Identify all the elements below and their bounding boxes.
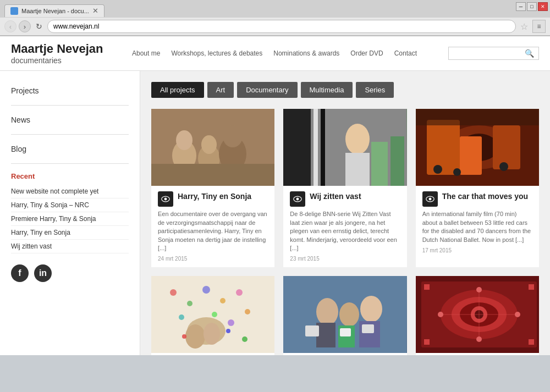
filter-series[interactable]: Series xyxy=(356,82,394,98)
filter-multimedia[interactable]: Multimedia xyxy=(301,82,353,98)
project-card-3[interactable]: The car that moves you An international … xyxy=(416,109,539,267)
project-image-3 xyxy=(416,109,539,186)
sidebar-recent-item-2[interactable]: Harry, Tiny & Sonja – NRC xyxy=(11,198,129,212)
forward-button[interactable]: › xyxy=(19,20,31,32)
maximize-button[interactable]: □ xyxy=(527,2,537,11)
card-body-4: Bloemjes gordijn xyxy=(151,353,274,355)
search-input[interactable] xyxy=(453,49,525,57)
svg-point-4 xyxy=(176,130,193,150)
active-tab[interactable]: Maartje Nevejan - docu... ✕ xyxy=(4,4,105,17)
facebook-icon[interactable]: f xyxy=(11,264,29,282)
filter-documentary[interactable]: Documentary xyxy=(237,82,297,98)
address-bar[interactable] xyxy=(47,20,516,33)
card-desc-1: Een documentaire over de overgang van de… xyxy=(158,210,268,252)
svg-point-47 xyxy=(226,329,230,333)
filter-bar: All projects Art Documentary Multimedia … xyxy=(151,82,539,98)
card-body-2: Wij zitten vast De 8-delige BNN-serie Wi… xyxy=(283,186,406,267)
project-card-4[interactable]: Bloemjes gordijn xyxy=(151,276,274,355)
svg-point-34 xyxy=(187,301,193,306)
svg-rect-23 xyxy=(427,120,460,175)
sidebar-recent-item-5[interactable]: Wij zitten vast xyxy=(11,240,129,253)
svg-rect-13 xyxy=(321,109,325,186)
svg-point-27 xyxy=(453,168,461,176)
nav-about[interactable]: About me xyxy=(132,49,160,57)
svg-rect-17 xyxy=(391,136,404,186)
svg-rect-16 xyxy=(371,142,388,186)
card-header-3: The car that moves you xyxy=(422,191,532,207)
project-card-6[interactable]: Magic Carpet xyxy=(416,276,539,355)
card-title-2: Wij zitten vast xyxy=(310,191,361,201)
sidebar-recent-item-4[interactable]: Harry, Tiny en Sonja xyxy=(11,226,129,240)
svg-rect-76 xyxy=(424,284,430,290)
card-date-1: 24 mrt 2015 xyxy=(158,256,268,262)
project-image-4 xyxy=(151,276,274,353)
svg-rect-60 xyxy=(362,324,374,333)
tab-title: Maartje Nevejan - docu... xyxy=(21,8,89,14)
eye-icon-3 xyxy=(422,191,438,207)
logo-subtitle: documentaries xyxy=(11,56,121,65)
card-body-3: The car that moves you An international … xyxy=(416,186,539,259)
project-card-2[interactable]: Wij zitten vast De 8-delige BNN-serie Wi… xyxy=(283,109,406,267)
linkedin-icon[interactable]: in xyxy=(34,264,52,282)
nav-workshops[interactable]: Workshops, lectures & debates xyxy=(171,49,262,57)
svg-point-26 xyxy=(433,165,442,174)
svg-point-74 xyxy=(476,287,482,292)
nav-contact[interactable]: Contact xyxy=(394,49,417,57)
menu-button[interactable]: ≡ xyxy=(532,20,546,33)
page-content: Maartje Nevejan documentaries About me W… xyxy=(0,36,550,355)
sidebar: Projects News Blog Recent New website no… xyxy=(0,71,140,355)
sidebar-item-blog[interactable]: Blog xyxy=(11,140,129,158)
project-card-1[interactable]: Harry, Tiny en Sonja Een documentaire ov… xyxy=(151,109,274,267)
sidebar-item-news[interactable]: News xyxy=(11,111,129,129)
svg-point-52 xyxy=(316,298,338,325)
svg-point-28 xyxy=(499,162,508,171)
refresh-button[interactable]: ↻ xyxy=(33,20,45,32)
main-content: All projects Art Documentary Multimedia … xyxy=(140,71,550,355)
nav-dvd[interactable]: Order DVD xyxy=(350,49,383,57)
svg-rect-59 xyxy=(340,328,351,336)
navigation-bar: ‹ › ↻ ☆ ≡ xyxy=(0,18,550,36)
svg-point-36 xyxy=(220,298,226,303)
sidebar-divider-1 xyxy=(11,105,129,106)
card-body-6: Magic Carpet xyxy=(416,353,539,355)
project-image-5 xyxy=(283,276,406,353)
sidebar-navigation: Projects News Blog xyxy=(11,82,129,164)
svg-rect-7 xyxy=(151,164,274,186)
card-desc-2: De 8-delige BNN-serie Wij Zitten Vast la… xyxy=(290,210,400,252)
filter-all[interactable]: All projects xyxy=(151,82,204,98)
sidebar-item-projects[interactable]: Projects xyxy=(11,82,129,100)
project-image-1 xyxy=(151,109,274,186)
project-card-5[interactable]: #shut up I'm reading Nevejan directed an… xyxy=(283,276,406,355)
svg-point-45 xyxy=(204,323,220,345)
svg-point-73 xyxy=(515,312,520,317)
nav-nominations[interactable]: Nominations & awards xyxy=(273,49,339,57)
svg-point-35 xyxy=(202,286,210,294)
search-icon[interactable]: 🔍 xyxy=(525,49,534,58)
project-image-2 xyxy=(283,109,406,186)
svg-point-5 xyxy=(201,135,217,154)
svg-point-37 xyxy=(236,289,243,296)
filter-art[interactable]: Art xyxy=(207,82,234,98)
svg-point-14 xyxy=(345,124,370,154)
svg-point-44 xyxy=(185,324,205,349)
card-body-5: #shut up I'm reading Nevejan directed an… xyxy=(283,353,406,355)
project-image-6 xyxy=(416,276,539,353)
back-button[interactable]: ‹ xyxy=(4,20,16,32)
window-controls: ─ □ ✕ xyxy=(516,2,548,11)
svg-point-41 xyxy=(228,319,234,326)
tab-close-button[interactable]: ✕ xyxy=(92,7,98,14)
eye-icon-1 xyxy=(158,191,173,207)
sidebar-recent-title: Recent xyxy=(11,172,129,180)
close-button[interactable]: ✕ xyxy=(538,2,548,11)
social-icons: f in xyxy=(11,264,129,282)
minimize-button[interactable]: ─ xyxy=(516,2,526,11)
tab-bar: Maartje Nevejan - docu... ✕ ─ □ ✕ xyxy=(0,0,550,18)
svg-rect-24 xyxy=(493,125,520,169)
sidebar-recent-list: New website not complete yet Harry, Tiny… xyxy=(11,185,129,253)
bookmark-star-icon[interactable]: ☆ xyxy=(520,21,528,32)
svg-rect-11 xyxy=(283,109,311,186)
svg-rect-79 xyxy=(529,339,534,345)
sidebar-recent-item-3[interactable]: Premiere Harry, Tiny & Sonja xyxy=(11,212,129,226)
svg-rect-58 xyxy=(305,325,319,336)
sidebar-recent-item-1[interactable]: New website not complete yet xyxy=(11,185,129,198)
